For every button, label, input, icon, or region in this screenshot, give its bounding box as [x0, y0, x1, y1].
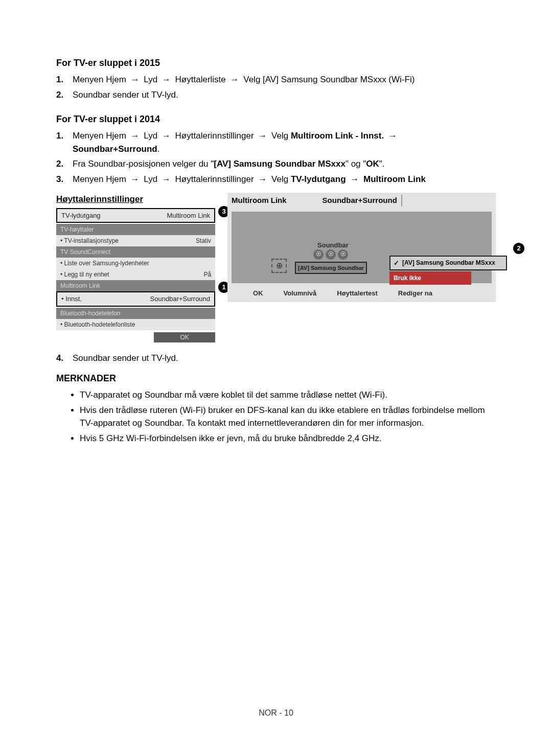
step-2014-1: 1. Menyen Hjem → Lyd → Høyttalerinnstill… [71, 129, 496, 155]
step-text: ". [379, 159, 385, 169]
arrow-icon: → [162, 131, 171, 141]
step-number: 2. [56, 88, 63, 102]
tab-multiroom: Multiroom Link [232, 195, 287, 207]
step-2014-3: 3. Menyen Hjem → Lyd → Høyttalerinnstill… [71, 173, 496, 186]
step-text: Høyttalerliste [175, 75, 226, 84]
step-text-bold: Multiroom Link - Innst. [291, 131, 384, 141]
row-label: TV-lydutgang [61, 211, 101, 221]
step-2015-2: 2. Soundbar sender ut TV-lyd. [71, 88, 496, 102]
footer-volume: Volumnivå [284, 288, 317, 299]
note-item: Hvis den trådløse ruteren (Wi-Fi) bruker… [80, 404, 496, 430]
arrow-icon: → [350, 174, 359, 184]
row-value: Multiroom Link [167, 211, 211, 221]
arrow-icon: → [131, 174, 140, 184]
arrow-icon: → [388, 131, 397, 141]
section-title-2014: For TV-er sluppet i 2014 [56, 112, 496, 126]
step-number: 4. [56, 352, 63, 365]
row-muted: TV SoundConnect [56, 246, 215, 258]
note-item: Hvis 5 GHz Wi-Fi-forbindelsen ikke er je… [80, 432, 496, 445]
step-text: Lyd [144, 75, 157, 84]
callout-badge-2: 2 [513, 243, 524, 254]
step-text: Soundbar sender ut TV-lyd. [73, 353, 178, 363]
step-text-bold: [AV] Samsung Soundbar MSxxx [214, 159, 346, 169]
panel-multiroom-link: Multiroom Link Soundbar+Surround Soundba… [227, 193, 496, 302]
row-item: • TV-installasjonstype Stativ [56, 235, 215, 246]
step-text: Velg [271, 131, 288, 141]
row-item: • Bluetooth-hodetelefonliste [56, 319, 215, 330]
step-text-bold: Soundbar+Surround [73, 144, 157, 154]
row-item: • Liste over Samsung-lydenheter [56, 258, 215, 269]
popup-menu: ✓ [AV] Samsung Soundbar MSxxx Bruk ikke [389, 256, 507, 285]
step-text: Soundbar sender ut TV-lyd. [73, 90, 178, 100]
footer-test: Høyttalertest [337, 288, 377, 299]
footer-ok: OK [253, 288, 263, 299]
step-text-bold: Multiroom Link [363, 174, 426, 184]
step-text: Fra Soundbar-posisjonen velger du " [73, 159, 214, 169]
diagram-container: Høyttalerinnstillinger TV-lydutgang Mult… [56, 193, 496, 342]
stage-area: Soundbar ⦿ ⦿ ⦿ ⊕ [AV] Samsung Soundbar ✓… [232, 212, 492, 283]
note-item: TV-apparatet og Soundbar må være koblet … [80, 388, 496, 402]
row-label: • Bluetooth-hodetelefonliste [60, 320, 135, 329]
panel-footer: OK Volumnivå Høyttalertest Rediger na [227, 283, 496, 300]
footer-edit: Rediger na [398, 288, 432, 299]
arrow-icon: → [258, 174, 267, 184]
arrow-icon: → [162, 75, 171, 84]
notes-list: TV-apparatet og Soundbar må være koblet … [56, 388, 496, 445]
arrow-icon: → [258, 131, 267, 141]
soundbar-label: Soundbar [317, 240, 349, 250]
step-number: 3. [56, 173, 63, 186]
step-text: Velg [271, 174, 288, 184]
step-text: " og " [346, 159, 366, 169]
step-number: 2. [56, 157, 63, 171]
arrow-icon: → [131, 75, 140, 84]
step-text-bold: TV-lydutgang [291, 174, 346, 184]
popup-option-selected: ✓ [AV] Samsung Soundbar MSxxx [389, 256, 507, 271]
step-2014-4: 4. Soundbar sender ut TV-lyd. [71, 352, 496, 365]
step-2015-1: 1. Menyen Hjem → Lyd → Høyttalerliste → … [71, 73, 496, 86]
row-value: Soundbar+Surround [150, 294, 210, 304]
step-text: Høyttalerinnstillinger [175, 131, 254, 141]
av-soundbar-chip: [AV] Samsung Soundbar [295, 262, 367, 274]
step-text: . [157, 144, 160, 154]
step-2014-2: 2. Fra Soundbar-posisjonen velger du "[A… [71, 157, 496, 171]
step-number: 1. [56, 73, 63, 86]
row-label: • Legg til ny enhet [60, 270, 109, 279]
notes-title: MERKNADER [56, 372, 496, 385]
row-innst: • Innst. Soundbar+Surround [56, 291, 215, 307]
steps-2014-cont: 4. Soundbar sender ut TV-lyd. [56, 352, 496, 365]
step-text: Lyd [144, 174, 157, 184]
row-value: På [203, 270, 211, 279]
speaker-dot-icon: ⦿ [313, 249, 324, 260]
panel-title: Høyttalerinnstillinger [56, 193, 215, 206]
panel-speaker-settings: Høyttalerinnstillinger TV-lydutgang Mult… [56, 193, 215, 342]
check-icon: ✓ [394, 258, 399, 268]
ok-button: OK [154, 332, 215, 342]
tab-soundbar-surround: Soundbar+Surround [323, 195, 402, 207]
step-text: Menyen Hjem [73, 75, 126, 84]
arrow-icon: → [131, 131, 140, 141]
speaker-dot-icon: ⦿ [338, 249, 348, 260]
row-label: • Liste over Samsung-lydenheter [60, 259, 149, 268]
step-number: 1. [56, 129, 63, 143]
step-text-bold: OK [366, 159, 379, 169]
step-text: Menyen Hjem [73, 131, 126, 141]
row-item: • Legg til ny enhet På [56, 269, 215, 280]
soundbar-dots: ⦿ ⦿ ⦿ [313, 249, 348, 260]
speaker-dot-icon: ⦿ [326, 249, 336, 260]
row-tv-lydutgang: TV-lydutgang Multiroom Link [56, 208, 215, 223]
step-text: Menyen Hjem [73, 174, 126, 184]
steps-2014: 1. Menyen Hjem → Lyd → Høyttalerinnstill… [56, 129, 496, 186]
row-label: • Innst. [61, 294, 82, 304]
section-title-2015: For TV-er sluppet i 2015 [56, 56, 496, 70]
row-value: Stativ [196, 236, 211, 245]
arrow-icon: → [231, 75, 239, 84]
arrow-icon: → [162, 174, 171, 184]
row-muted: Bluetooth-hodetelefon [56, 308, 215, 319]
row-label: • TV-installasjonstype [60, 236, 119, 245]
step-text: Lyd [144, 131, 157, 141]
panel-header: Multiroom Link Soundbar+Surround [227, 193, 496, 212]
row-muted: TV-høyttaler [56, 224, 215, 235]
row-muted: Multiroom Link [56, 280, 215, 291]
popup-option-label: [AV] Samsung Soundbar MSxxx [402, 258, 495, 267]
steps-2015: 1. Menyen Hjem → Lyd → Høyttalerliste → … [56, 73, 496, 101]
